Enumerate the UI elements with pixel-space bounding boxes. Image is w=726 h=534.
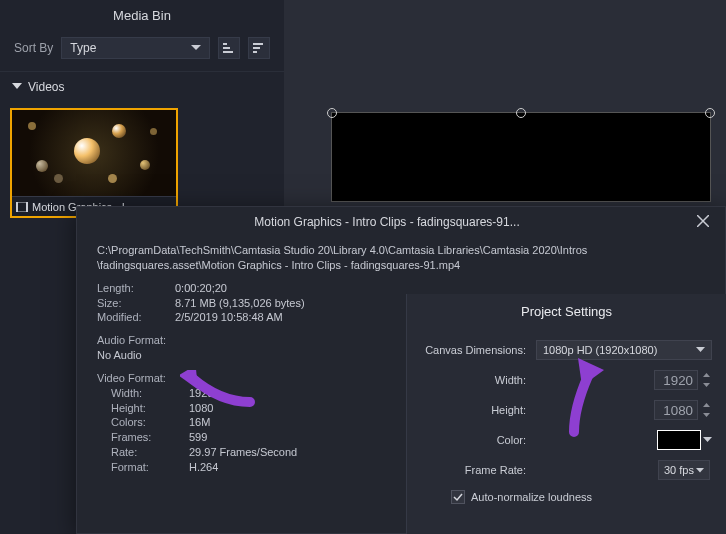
length-label: Length: (97, 281, 175, 296)
chevron-up-icon (703, 373, 710, 377)
project-settings-body: Canvas Dimensions: 1080p HD (1920x1080) … (407, 334, 726, 510)
height-stepper[interactable] (700, 400, 712, 420)
width-value: 1920 (189, 386, 213, 401)
chevron-down-icon (12, 83, 22, 91)
svg-rect-7 (16, 202, 18, 212)
sort-desc-button[interactable] (248, 37, 270, 59)
format-value: H.264 (189, 460, 218, 475)
canvas-dimensions-value: 1080p HD (1920x1080) (543, 344, 657, 356)
height-label: Height: (111, 401, 189, 416)
auto-normalize-label: Auto-normalize loudness (471, 491, 592, 503)
project-settings-title: Project Settings (407, 294, 726, 334)
sort-by-value: Type (70, 41, 96, 55)
rate-value: 29.97 Frames/Second (189, 445, 297, 460)
media-thumbnail[interactable]: Motion Graphics - I... (10, 108, 178, 218)
svg-rect-2 (223, 51, 233, 53)
settings-width-label: Width: (421, 374, 536, 386)
canvas-dimensions-select[interactable]: 1080p HD (1920x1080) (536, 340, 712, 360)
size-label: Size: (97, 296, 175, 311)
thumbnail-preview (12, 110, 176, 196)
close-button[interactable] (693, 212, 713, 232)
modified-value: 2/5/2019 10:58:48 AM (175, 310, 283, 325)
videos-category-label: Videos (28, 80, 64, 94)
svg-rect-0 (223, 43, 227, 45)
colors-label: Colors: (111, 415, 189, 430)
video-clip-icon (16, 202, 28, 212)
size-value: 8.71 MB (9,135,026 bytes) (175, 296, 305, 311)
videos-category-header[interactable]: Videos (0, 71, 284, 100)
modified-label: Modified: (97, 310, 175, 325)
canvas-handle[interactable] (516, 108, 526, 118)
chevron-down-icon (703, 413, 710, 417)
colors-value: 16M (189, 415, 210, 430)
media-bin-title: Media Bin (0, 0, 284, 33)
canvas-dimensions-label: Canvas Dimensions: (421, 344, 536, 356)
project-settings-panel: Project Settings Canvas Dimensions: 1080… (406, 294, 726, 534)
chevron-down-icon (191, 45, 201, 51)
settings-height-label: Height: (421, 404, 536, 416)
width-label: Width: (111, 386, 189, 401)
frame-rate-select[interactable]: 30 fps (658, 460, 710, 480)
checkmark-icon (453, 492, 463, 502)
svg-rect-5 (253, 51, 257, 53)
chevron-down-icon (703, 383, 710, 387)
file-path-line2: \fadingsquares.asset\Motion Graphics - I… (97, 259, 460, 271)
sort-asc-button[interactable] (218, 37, 240, 59)
svg-rect-4 (253, 47, 260, 49)
audio-format-value: No Audio (97, 348, 142, 363)
height-value: 1080 (189, 401, 213, 416)
auto-normalize-checkbox[interactable] (451, 490, 465, 504)
file-path-line1: C:\ProgramData\TechSmith\Camtasia Studio… (97, 244, 587, 256)
properties-title: Motion Graphics - Intro Clips - fadingsq… (89, 215, 685, 229)
canvas-handle[interactable] (327, 108, 337, 118)
audio-format-label: Audio Format: (97, 333, 166, 348)
chevron-down-icon (696, 347, 705, 353)
sort-by-select[interactable]: Type (61, 37, 210, 59)
frame-rate-label: Frame Rate: (421, 464, 536, 476)
video-format-label: Video Format: (97, 371, 166, 386)
frames-value: 599 (189, 430, 207, 445)
canvas-handle[interactable] (705, 108, 715, 118)
sort-by-label: Sort By (14, 41, 53, 55)
close-icon (697, 215, 709, 227)
background-color-swatch[interactable] (657, 430, 701, 450)
frames-label: Frames: (111, 430, 189, 445)
settings-color-label: Color: (421, 434, 536, 446)
chevron-down-icon (703, 437, 712, 443)
rate-label: Rate: (111, 445, 189, 460)
settings-width-input[interactable] (654, 370, 698, 390)
chevron-down-icon (696, 468, 704, 473)
chevron-up-icon (703, 403, 710, 407)
width-stepper[interactable] (700, 370, 712, 390)
svg-rect-8 (26, 202, 28, 212)
sort-bar: Sort By Type (0, 33, 284, 71)
format-label: Format: (111, 460, 189, 475)
svg-rect-1 (223, 47, 230, 49)
svg-rect-3 (253, 43, 263, 45)
properties-titlebar: Motion Graphics - Intro Clips - fadingsq… (77, 207, 725, 237)
length-value: 0:00:20;20 (175, 281, 227, 296)
settings-height-input[interactable] (654, 400, 698, 420)
preview-canvas[interactable] (331, 112, 711, 202)
frame-rate-value: 30 fps (664, 464, 694, 476)
